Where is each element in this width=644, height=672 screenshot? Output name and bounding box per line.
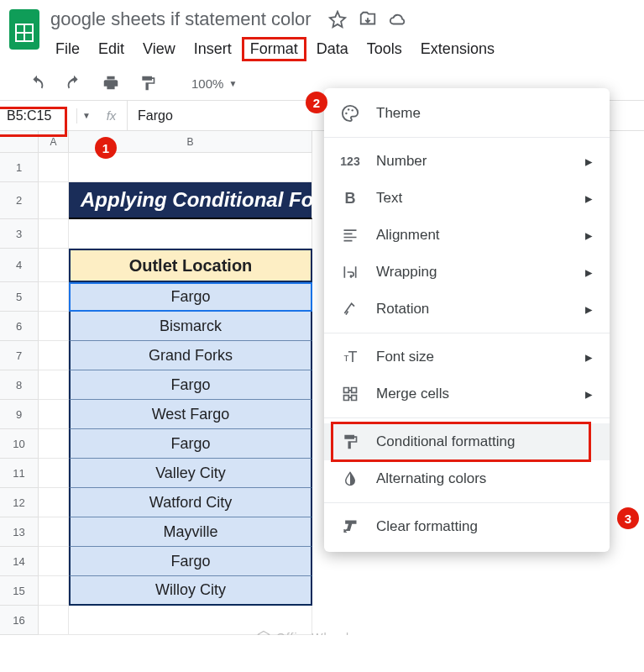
data-cell[interactable]: Fargo bbox=[69, 282, 312, 312]
data-cell[interactable]: West Fargo bbox=[69, 400, 312, 429]
row-header[interactable]: 4 bbox=[0, 249, 39, 282]
cell[interactable] bbox=[69, 219, 312, 249]
menu-data[interactable]: Data bbox=[308, 37, 357, 61]
select-all-corner[interactable] bbox=[0, 131, 39, 153]
cell[interactable] bbox=[39, 282, 69, 312]
data-cell[interactable]: Grand Forks bbox=[69, 341, 312, 370]
data-cell[interactable]: Fargo bbox=[69, 370, 312, 400]
doc-title[interactable]: google sheets if statement color bbox=[47, 7, 315, 32]
menu-item-rotation[interactable]: Rotation ▸ bbox=[324, 291, 610, 328]
menu-item-number[interactable]: 123 Number ▸ bbox=[324, 143, 610, 180]
align-icon bbox=[339, 224, 361, 246]
menu-format[interactable]: Format bbox=[242, 37, 306, 61]
menu-tools[interactable]: Tools bbox=[359, 37, 411, 61]
cloud-icon[interactable] bbox=[389, 10, 407, 29]
row-header[interactable]: 11 bbox=[0, 459, 39, 488]
merge-icon bbox=[339, 383, 361, 405]
data-cell[interactable]: Watford City bbox=[69, 488, 312, 517]
svg-point-5 bbox=[348, 108, 349, 110]
separator bbox=[324, 333, 610, 333]
row-header[interactable]: 9 bbox=[0, 400, 39, 429]
menu-item-text[interactable]: B Text ▸ bbox=[324, 180, 610, 217]
print-icon[interactable] bbox=[101, 73, 121, 93]
menu-edit[interactable]: Edit bbox=[90, 37, 133, 61]
menu-label: Text bbox=[376, 190, 402, 207]
svg-point-4 bbox=[345, 113, 347, 114]
cell[interactable] bbox=[39, 249, 69, 282]
menu-item-fontsize[interactable]: тT Font size ▸ bbox=[324, 339, 610, 375]
cell[interactable] bbox=[39, 153, 69, 182]
name-box-value: B5:C15 bbox=[7, 108, 51, 123]
menu-insert[interactable]: Insert bbox=[186, 37, 240, 61]
separator bbox=[324, 137, 610, 138]
row-header[interactable]: 10 bbox=[0, 429, 39, 459]
menu-label: Font size bbox=[376, 349, 434, 365]
cell[interactable] bbox=[39, 182, 69, 219]
row-header[interactable]: 6 bbox=[0, 312, 39, 341]
cell[interactable] bbox=[39, 219, 69, 249]
move-icon[interactable] bbox=[359, 10, 377, 29]
menu-item-merge[interactable]: Merge cells ▸ bbox=[324, 375, 610, 412]
undo-icon[interactable] bbox=[27, 73, 47, 93]
redo-icon[interactable] bbox=[64, 73, 84, 93]
cell[interactable] bbox=[39, 312, 69, 341]
data-cell[interactable]: Willoy City bbox=[69, 576, 312, 606]
menu-item-clear[interactable]: Clear formatting bbox=[324, 508, 610, 545]
menu-extensions[interactable]: Extensions bbox=[412, 37, 503, 61]
row-header[interactable]: 1 bbox=[0, 153, 39, 182]
zoom-select[interactable]: 100%▼ bbox=[175, 76, 237, 91]
menu-item-alignment[interactable]: Alignment ▸ bbox=[324, 217, 610, 254]
fx-icon: fx bbox=[96, 101, 128, 130]
cell[interactable] bbox=[39, 488, 69, 517]
menu-label: Rotation bbox=[376, 301, 429, 318]
name-box[interactable]: B5:C15 bbox=[0, 108, 77, 123]
data-cell[interactable]: Mayville bbox=[69, 517, 312, 547]
row-header[interactable]: 12 bbox=[0, 488, 39, 517]
chevron-right-icon: ▸ bbox=[585, 386, 593, 403]
menu-label: Theme bbox=[376, 105, 421, 122]
cell[interactable] bbox=[39, 429, 69, 459]
menu-file[interactable]: File bbox=[47, 37, 88, 61]
cell[interactable] bbox=[39, 576, 69, 606]
row-header[interactable]: 8 bbox=[0, 370, 39, 400]
row-header[interactable]: 2 bbox=[0, 182, 39, 219]
star-icon[interactable] bbox=[328, 10, 347, 29]
cell[interactable] bbox=[39, 547, 69, 576]
name-box-dropdown[interactable]: ▼ bbox=[77, 111, 96, 120]
cell[interactable] bbox=[39, 459, 69, 488]
menu-item-theme[interactable]: Theme bbox=[324, 95, 610, 132]
cell[interactable] bbox=[39, 517, 69, 547]
row-header[interactable]: 3 bbox=[0, 219, 39, 249]
paint-format-icon[interactable] bbox=[138, 73, 158, 93]
cell[interactable] bbox=[39, 400, 69, 429]
row-header[interactable]: 14 bbox=[0, 547, 39, 576]
data-cell[interactable]: Fargo bbox=[69, 429, 312, 459]
data-cell[interactable]: Bismarck bbox=[69, 312, 312, 341]
header-cell[interactable]: Outlet Location bbox=[69, 249, 312, 282]
svg-point-6 bbox=[352, 109, 353, 111]
row-header[interactable]: 5 bbox=[0, 282, 39, 312]
paint-roller-icon bbox=[339, 431, 361, 453]
menu-label: Clear formatting bbox=[376, 518, 478, 535]
row-header[interactable]: 7 bbox=[0, 341, 39, 370]
menu-item-wrapping[interactable]: Wrapping ▸ bbox=[324, 254, 610, 291]
formula-input[interactable]: Fargo bbox=[128, 108, 173, 123]
col-header-a[interactable]: A bbox=[39, 131, 69, 153]
data-cell[interactable]: Fargo bbox=[69, 547, 312, 576]
sheets-logo[interactable] bbox=[7, 7, 42, 52]
zoom-value: 100% bbox=[191, 76, 223, 91]
menu-view[interactable]: View bbox=[134, 37, 184, 61]
menu-item-alternating[interactable]: Alternating colors bbox=[324, 460, 610, 497]
data-cell[interactable]: Valley City bbox=[69, 459, 312, 488]
menu-item-conditional-formatting[interactable]: Conditional formatting bbox=[324, 423, 610, 460]
bold-icon: B bbox=[339, 187, 361, 209]
cell[interactable] bbox=[39, 606, 69, 635]
title-bar: google sheets if statement color File Ed… bbox=[0, 0, 644, 68]
menu-label: Wrapping bbox=[376, 264, 437, 281]
cell[interactable] bbox=[39, 341, 69, 370]
row-header[interactable]: 13 bbox=[0, 517, 39, 547]
title-cell[interactable]: Applying Conditional Formatting bbox=[69, 182, 312, 219]
cell[interactable] bbox=[39, 370, 69, 400]
row-header[interactable]: 15 bbox=[0, 576, 39, 606]
row-header[interactable]: 16 bbox=[0, 606, 39, 635]
